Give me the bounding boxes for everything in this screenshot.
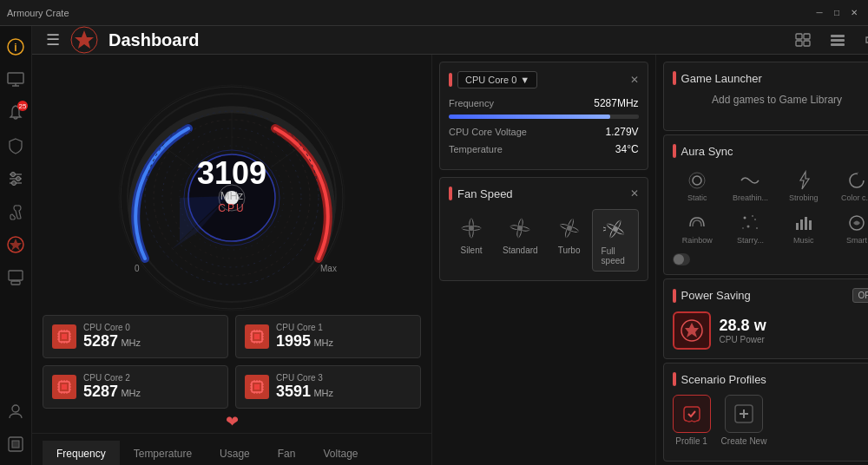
aura-strobing-icon — [793, 170, 814, 191]
core-icon-1 — [245, 324, 269, 349]
tab-usage[interactable]: Usage — [206, 441, 264, 465]
aura-item-static[interactable]: Static — [673, 167, 722, 206]
aura-toggle[interactable] — [673, 253, 690, 265]
sidebar: i 25 — [0, 26, 32, 465]
aura-rainbow-icon — [687, 213, 707, 233]
core-freq-3: 3591 — [276, 383, 311, 400]
power-saving-accent — [673, 289, 676, 303]
tab-temperature[interactable]: Temperature — [120, 441, 206, 465]
svg-rect-21 — [804, 34, 810, 39]
aura-item-color-cycle[interactable]: Color c... — [832, 167, 868, 206]
power-saving-toggle[interactable]: OFF — [852, 288, 868, 303]
aura-toggle-row — [673, 253, 868, 265]
svg-text:i: i — [14, 42, 16, 54]
core-icon-3 — [245, 375, 269, 399]
svg-line-40 — [162, 146, 193, 167]
svg-point-108 — [689, 173, 705, 188]
fan-option-fullspeed[interactable]: Full speed — [592, 209, 639, 272]
aura-item-starry[interactable]: Starry... — [726, 209, 775, 248]
fan-section-accent — [449, 187, 452, 200]
cpu-dropdown[interactable]: CPU Core 0 ▼ — [457, 71, 537, 88]
aura-item-smart[interactable]: Smart — [832, 209, 868, 248]
core-info-1: CPU Core 1 1995 MHz — [276, 323, 411, 350]
aura-breathing-icon — [740, 170, 760, 191]
svg-rect-46 — [62, 334, 67, 339]
aura-sync-accent — [673, 144, 676, 158]
svg-point-103 — [567, 226, 572, 231]
core-freq-1: 1995 — [276, 332, 311, 350]
aura-item-breathing[interactable]: Breathin... — [726, 167, 775, 206]
svg-rect-22 — [796, 41, 802, 46]
power-label: CPU Power — [720, 335, 766, 344]
power-value: 28.8 w — [720, 317, 766, 335]
svg-point-101 — [469, 226, 474, 231]
fan-section-expand[interactable]: ✕ — [630, 187, 639, 200]
tab-fan[interactable]: Fan — [264, 441, 310, 465]
list-view-button[interactable] — [791, 28, 815, 52]
svg-rect-18 — [12, 441, 19, 448]
core-card-3: CPU Core 3 3591 MHz — [235, 365, 421, 409]
titlebar-left: Armoury Crate — [7, 8, 69, 18]
sidebar-item-armoury[interactable] — [0, 229, 31, 260]
core-info-0: CPU Core 0 5287 MHz — [83, 323, 219, 350]
cpu-section-expand[interactable]: ✕ — [630, 74, 639, 86]
svg-point-112 — [756, 227, 758, 229]
svg-point-8 — [11, 173, 16, 177]
core-info-3: CPU Core 3 3591 MHz — [276, 373, 411, 401]
hamburger-button[interactable]: ☰ — [46, 30, 60, 49]
sidebar-item-shield[interactable] — [0, 130, 31, 161]
svg-line-104 — [603, 227, 606, 228]
cpu-frequency-row: Frequency 5287MHz — [449, 97, 639, 109]
svg-rect-116 — [800, 219, 803, 230]
sidebar-item-user[interactable] — [0, 396, 31, 427]
aura-grid-row2: Rainbow Starry... — [673, 209, 868, 248]
svg-point-114 — [752, 215, 753, 217]
svg-point-109 — [744, 217, 746, 219]
cpu-voltage-row: CPU Core Voltage 1.279V — [449, 126, 639, 138]
announcement-button[interactable] — [860, 28, 868, 52]
profile-item-create[interactable]: Create New — [721, 395, 767, 446]
fan-option-standard[interactable]: Standard — [494, 209, 547, 272]
fan-section: Fan Speed ✕ — [439, 177, 648, 281]
aura-starry-icon — [740, 213, 760, 233]
grid-view-button[interactable] — [825, 28, 850, 52]
left-panel: 0 Max 3109 MHz CPU — [32, 55, 431, 465]
maximize-button[interactable]: □ — [830, 6, 844, 20]
scenario-profiles: Scenario Profiles ✕ Prof — [663, 363, 868, 462]
cpu-section-title-row: CPU Core 0 ▼ — [449, 71, 537, 88]
sidebar-item-notifications[interactable]: 25 — [0, 97, 31, 128]
sidebar-item-display[interactable] — [0, 429, 31, 460]
notification-badge: 25 — [17, 101, 28, 111]
core-card-2: CPU Core 2 5287 MHz — [43, 365, 228, 409]
tab-voltage[interactable]: Voltage — [309, 441, 372, 465]
fan-option-silent[interactable]: Silent — [449, 209, 494, 272]
sidebar-item-sliders[interactable] — [0, 163, 31, 194]
sidebar-item-monitor[interactable] — [0, 262, 31, 293]
core-unit-0: MHz — [121, 337, 141, 348]
svg-point-41 — [225, 191, 239, 205]
tab-frequency[interactable]: Frequency — [43, 441, 120, 465]
core-unit-2: MHz — [121, 388, 141, 398]
aura-item-rainbow[interactable]: Rainbow — [673, 209, 722, 248]
sidebar-item-tools[interactable] — [0, 196, 31, 227]
close-button[interactable]: ✕ — [847, 6, 861, 20]
aura-item-strobing[interactable]: Strobing — [779, 167, 828, 206]
sidebar-item-device[interactable] — [0, 64, 31, 95]
aura-item-music[interactable]: Music — [779, 209, 828, 248]
main-layout: i 25 — [0, 26, 868, 465]
freq-bar-fill — [449, 115, 610, 119]
fan-option-turbo[interactable]: Turbo — [547, 209, 592, 272]
sidebar-item-info[interactable]: i — [0, 31, 31, 62]
aura-sync: Aura Sync ✕ Static — [663, 134, 868, 275]
minimize-button[interactable]: ─ — [812, 6, 826, 20]
svg-rect-60 — [254, 334, 260, 339]
power-info: 28.8 w CPU Power — [720, 317, 766, 344]
core-unit-3: MHz — [313, 388, 333, 398]
svg-point-111 — [747, 226, 750, 228]
fan-section-title-row: Fan Speed — [449, 187, 513, 200]
core-name-0: CPU Core 0 — [83, 323, 219, 332]
profile-item-1[interactable]: Profile 1 — [673, 395, 711, 446]
profile-icon-1 — [673, 395, 711, 433]
svg-point-10 — [12, 181, 16, 186]
game-launcher-title-row: Game Launcher — [673, 71, 762, 85]
